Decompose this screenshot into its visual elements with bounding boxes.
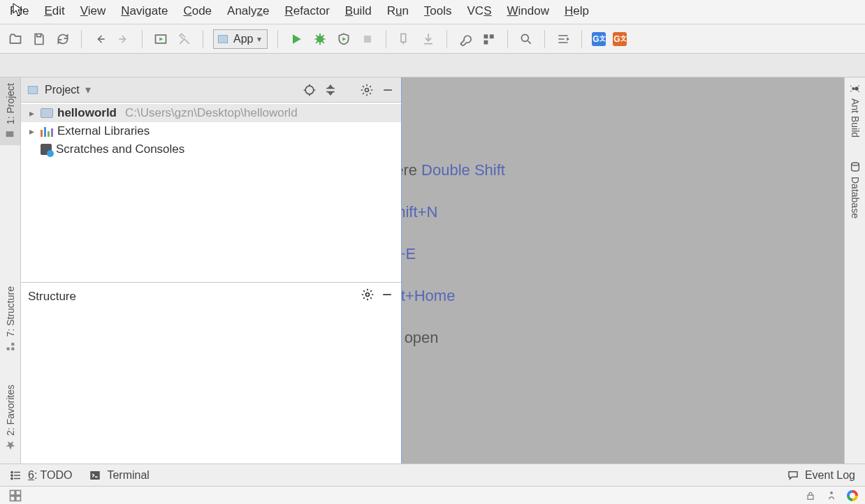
settings-icon[interactable]: [457, 31, 474, 47]
ant-icon: [850, 83, 861, 94]
svg-rect-27: [91, 471, 101, 480]
menu-build[interactable]: Build: [345, 4, 372, 18]
search-icon[interactable]: [518, 31, 535, 47]
tool-tab-favorites[interactable]: 2: Favorites: [5, 379, 16, 457]
inspector-icon[interactable]: [826, 490, 837, 501]
list-icon: [10, 469, 22, 482]
svg-point-21: [852, 87, 855, 90]
windows-icon[interactable]: [7, 487, 24, 504]
tool-tab-event-log[interactable]: Event Log: [787, 469, 855, 482]
database-icon: [850, 161, 861, 172]
indent-icon[interactable]: [555, 31, 572, 47]
minimize-icon[interactable]: [380, 288, 394, 305]
menu-run[interactable]: Run: [387, 4, 409, 18]
bottom-tool-bar: 6: TODO Terminal Event Log: [0, 464, 865, 486]
terminal-icon: [89, 469, 101, 482]
tree-item-scratches-and-consoles[interactable]: ▸Scratches and Consoles: [21, 140, 401, 158]
tree-item-external-libraries[interactable]: ▸External Libraries: [21, 122, 401, 140]
module-icon: [217, 33, 229, 45]
menu-vcs[interactable]: VCS: [467, 4, 492, 18]
tree-item-helloworld[interactable]: ▸helloworldC:\Users\gzn\Desktop\hellowor…: [21, 104, 401, 122]
run-config-selector[interactable]: App ▾: [213, 29, 268, 49]
svg-marker-5: [343, 37, 347, 40]
svg-rect-14: [6, 348, 9, 350]
structure-panel-body: [21, 310, 401, 464]
structure-panel-title: Structure: [28, 290, 76, 304]
expand-caret-icon[interactable]: ▸: [27, 108, 36, 119]
tool-tab-database[interactable]: Database: [850, 156, 861, 224]
main-area: 1: Project 7: Structure 2: Favorites Pro…: [0, 77, 865, 464]
run-target-icon[interactable]: [152, 31, 169, 47]
tool-tab-ant-build[interactable]: Ant Build: [850, 77, 861, 143]
menu-file[interactable]: File: [10, 4, 29, 18]
lock-icon[interactable]: [805, 490, 816, 501]
menu-refactor[interactable]: Refactor: [285, 4, 330, 18]
svg-rect-6: [364, 36, 371, 43]
tool-tab-todo[interactable]: 6: TODO: [10, 469, 72, 482]
tree-item-label: Scratches and Consoles: [56, 142, 184, 156]
editor-hint: Drop files here to open: [402, 329, 439, 347]
editor-hint: Go to File Ctrl+Shift+N: [402, 203, 437, 221]
star-icon: [5, 440, 16, 451]
menu-code[interactable]: Code: [183, 4, 212, 18]
google-icon[interactable]: [847, 490, 858, 501]
build-icon[interactable]: [176, 31, 193, 47]
gear-icon[interactable]: [359, 82, 375, 98]
svg-rect-2: [218, 35, 228, 43]
save-icon[interactable]: [31, 31, 48, 47]
back-icon[interactable]: [92, 31, 108, 47]
menu-analyze[interactable]: Analyze: [227, 4, 270, 18]
expand-caret-icon[interactable]: ▸: [27, 126, 36, 137]
svg-rect-31: [16, 496, 21, 501]
menu-tools[interactable]: Tools: [424, 4, 452, 18]
open-icon[interactable]: [7, 31, 24, 47]
svg-point-19: [365, 88, 369, 91]
attach-icon[interactable]: [396, 31, 413, 47]
menu-view[interactable]: View: [80, 4, 106, 18]
svg-point-18: [305, 86, 314, 94]
editor-hint: Recent Files Ctrl+E: [402, 245, 416, 263]
tree-item-label: helloworld: [57, 106, 117, 120]
structure-icon: [5, 341, 16, 353]
svg-rect-7: [401, 34, 406, 42]
svg-rect-17: [28, 86, 38, 94]
folder-icon: [41, 108, 53, 118]
tool-tab-project[interactable]: 1: Project: [0, 77, 20, 145]
minimize-icon[interactable]: [380, 82, 395, 98]
svg-rect-12: [6, 131, 14, 137]
project-tree[interactable]: ▸helloworldC:\Users\gzn\Desktop\hellowor…: [21, 103, 401, 160]
project-structure-icon[interactable]: [481, 31, 497, 47]
libraries-icon: [41, 126, 53, 137]
svg-point-26: [11, 477, 13, 479]
svg-rect-9: [490, 34, 494, 38]
menu-help[interactable]: Help: [565, 4, 589, 18]
locate-icon[interactable]: [302, 82, 317, 98]
run-icon[interactable]: [288, 31, 305, 47]
svg-rect-8: [484, 34, 488, 38]
project-icon: [5, 128, 16, 140]
toolbar: App ▾ G文 G文: [0, 24, 865, 54]
chevron-down-icon[interactable]: ▾: [85, 83, 91, 96]
tool-tab-structure[interactable]: 7: Structure: [5, 281, 16, 357]
tree-item-path: C:\Users\gzn\Desktop\helloworld: [125, 106, 298, 120]
menu-navigate[interactable]: Navigate: [121, 4, 168, 18]
right-tool-strip: Ant Build Database: [844, 77, 865, 464]
debug-icon[interactable]: [312, 31, 328, 47]
gear-icon[interactable]: [361, 288, 375, 305]
svg-rect-15: [11, 343, 14, 346]
forward-icon[interactable]: [115, 31, 132, 47]
stop-icon[interactable]: [359, 31, 376, 47]
menu-edit[interactable]: Edit: [44, 4, 64, 18]
sync-icon[interactable]: [54, 31, 71, 47]
collapse-all-icon[interactable]: [323, 82, 338, 98]
status-bar: [0, 486, 865, 504]
tool-tab-terminal[interactable]: Terminal: [89, 469, 149, 482]
svg-point-33: [830, 491, 833, 494]
menu-window[interactable]: Window: [507, 4, 549, 18]
svg-point-25: [11, 474, 13, 475]
coverage-icon[interactable]: [335, 31, 352, 47]
translate-orange-icon[interactable]: G文: [613, 32, 627, 46]
update-icon[interactable]: [420, 31, 437, 47]
project-view-icon: [27, 84, 39, 96]
translate-blue-icon[interactable]: G文: [592, 32, 606, 46]
